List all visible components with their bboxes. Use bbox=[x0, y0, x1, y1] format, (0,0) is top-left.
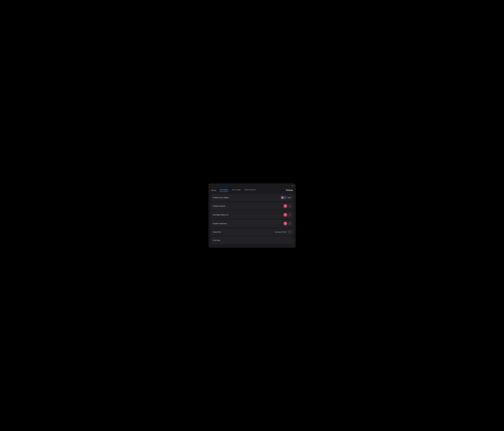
tab-auto-trigger[interactable]: Auto Trigger bbox=[232, 189, 241, 192]
setting-controls-enable-predictions: ? bbox=[284, 222, 291, 225]
help-button-change-keybind[interactable]: ? bbox=[288, 205, 291, 208]
toggle-text-right: Right bbox=[288, 197, 291, 199]
window-controls: − ✕ bbox=[288, 185, 294, 187]
minimize-button[interactable]: − bbox=[288, 185, 290, 187]
setting-label-show-fov: Show FOV bbox=[213, 231, 275, 233]
toggle-enable-ai-aim-aligner[interactable] bbox=[281, 196, 287, 199]
pink-button-enable-predictions[interactable] bbox=[284, 222, 287, 225]
setting-controls-show-fov: 310 Size of FOV ? bbox=[275, 231, 291, 234]
app-window: − ✕ Aimmy Aim Aligner Auto Trigger Model… bbox=[208, 183, 296, 248]
tab-model-selector[interactable]: Model Selector bbox=[244, 189, 256, 192]
setting-label-change-keybind: Change Keybind bbox=[213, 205, 284, 207]
pink-button-aim-align-always-on[interactable] bbox=[284, 213, 287, 217]
setting-row-show-fov: Show FOV 310 Size of FOV ? bbox=[211, 229, 293, 236]
help-button-aim-align-always-on[interactable]: ? bbox=[288, 213, 291, 216]
pink-button-change-keybind[interactable] bbox=[284, 204, 287, 208]
close-button[interactable]: ✕ bbox=[292, 185, 294, 187]
setting-row-enable-predictions: Enable Predictions ? bbox=[211, 220, 293, 227]
toggle-with-text: Right bbox=[281, 196, 291, 199]
nav-tabs: Aim Aligner Auto Trigger Model Selector bbox=[220, 189, 286, 192]
setting-label-aim-align-always-on: Aim Align Always On bbox=[213, 214, 284, 216]
nav-header: Aimmy Aim Aligner Auto Trigger Model Sel… bbox=[208, 188, 296, 192]
setting-controls-change-keybind: ? bbox=[284, 204, 291, 208]
setting-controls-enable-ai-aim-aligner: Right bbox=[281, 196, 291, 199]
setting-row-change-keybind: Change Keybind ? bbox=[211, 202, 293, 210]
app-title: Aimmy bbox=[211, 189, 216, 191]
setting-row-fov-size: FOV Size bbox=[211, 237, 293, 244]
help-button-show-fov[interactable]: ? bbox=[288, 231, 291, 234]
nav-right: Settings bbox=[286, 189, 293, 191]
setting-row-enable-ai-aim-aligner: Enable AI Aim Aligner Right bbox=[211, 194, 293, 201]
help-button-enable-predictions[interactable]: ? bbox=[288, 222, 291, 225]
title-bar: − ✕ bbox=[208, 183, 296, 188]
setting-controls-aim-align-always-on: ? bbox=[284, 213, 291, 217]
setting-row-aim-align-always-on: Aim Align Always On ? bbox=[211, 211, 293, 219]
setting-label-fov-size: FOV Size bbox=[213, 239, 291, 241]
fov-value-text: 310 Size of FOV bbox=[275, 231, 287, 233]
settings-label: Settings bbox=[286, 189, 293, 191]
tab-aim-aligner[interactable]: Aim Aligner bbox=[220, 189, 228, 192]
setting-label-enable-predictions: Enable Predictions bbox=[213, 222, 284, 224]
setting-label-enable-ai-aim-aligner: Enable AI Aim Aligner bbox=[213, 197, 281, 199]
settings-content: Enable AI Aim Aligner Right Change Keybi… bbox=[208, 193, 296, 248]
